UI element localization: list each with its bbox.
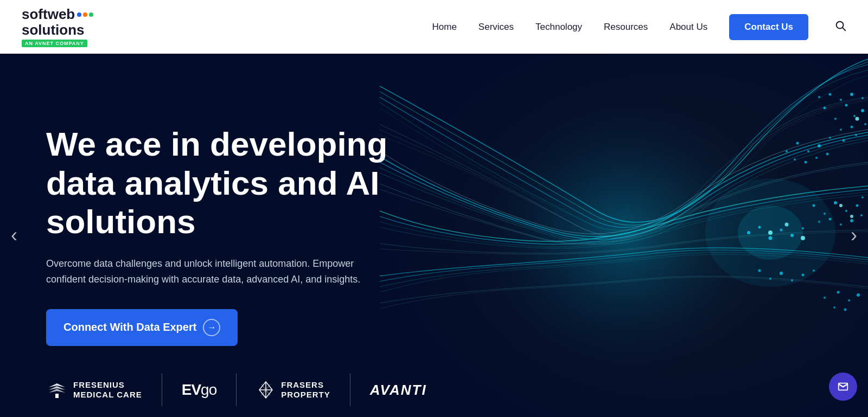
client-frasers: FRASERS PROPERTY — [237, 374, 350, 406]
nav-services[interactable]: Services — [478, 22, 514, 33]
cta-arrow-icon: → — [203, 319, 220, 336]
svg-point-23 — [845, 210, 847, 212]
main-nav: Home Services Technology Resources About… — [432, 14, 847, 40]
hero-subtitle: Overcome data challenges and unlock inte… — [46, 256, 372, 287]
chat-bubble-button[interactable] — [829, 373, 857, 401]
fresenius-logo-icon — [46, 379, 68, 401]
svg-point-43 — [786, 150, 788, 152]
client-fresenius: FRESENIUS MEDICAL CARE — [46, 374, 162, 406]
fresenius-name: FRESENIUS — [73, 380, 142, 390]
carousel-prev-button[interactable]: ‹ — [11, 224, 17, 247]
fresenius-name2: MEDICAL CARE — [73, 390, 142, 400]
svg-point-62 — [850, 215, 853, 218]
svg-point-22 — [834, 201, 837, 204]
svg-point-28 — [840, 223, 842, 226]
svg-point-18 — [850, 93, 853, 96]
svg-point-9 — [840, 129, 842, 131]
logo-text: softweb — [22, 7, 75, 22]
svg-point-47 — [794, 158, 796, 161]
logo: softweb solutions AN AVNET COMPANY — [22, 7, 93, 47]
svg-point-42 — [844, 309, 847, 311]
svg-point-6 — [845, 104, 848, 107]
logo-text-2: solutions — [22, 22, 85, 38]
svg-line-1 — [843, 28, 845, 30]
connect-data-expert-button[interactable]: Connect With Data Expert → — [46, 309, 238, 346]
svg-point-19 — [861, 97, 864, 99]
svg-point-16 — [829, 93, 832, 96]
svg-point-45 — [807, 150, 809, 152]
svg-point-12 — [829, 137, 831, 139]
svg-point-60 — [839, 204, 843, 207]
svg-point-38 — [837, 291, 840, 294]
envelope-icon — [837, 381, 849, 393]
nav-about[interactable]: About Us — [669, 22, 707, 33]
svg-point-49 — [815, 157, 818, 159]
nav-resources[interactable]: Resources — [604, 22, 648, 33]
svg-point-8 — [861, 109, 864, 112]
svg-point-10 — [851, 126, 853, 129]
svg-point-30 — [860, 214, 863, 216]
svg-point-7 — [853, 115, 856, 117]
carousel-next-button[interactable]: › — [851, 224, 857, 247]
svg-point-24 — [856, 204, 859, 207]
search-icon — [834, 20, 846, 31]
svg-point-46 — [818, 144, 821, 147]
svg-point-17 — [840, 99, 842, 101]
svg-point-14 — [855, 134, 857, 136]
svg-point-11 — [864, 123, 866, 125]
svg-point-48 — [805, 161, 807, 164]
avanti-name: AVANTI — [370, 382, 427, 399]
header: softweb solutions AN AVNET COMPANY Home … — [0, 0, 868, 54]
client-evgo: EVgo — [162, 374, 237, 406]
nav-technology[interactable]: Technology — [535, 22, 582, 33]
client-logos: FRESENIUS MEDICAL CARE EVgo FRASERS PROP… — [46, 363, 446, 417]
search-button[interactable] — [834, 20, 846, 35]
evgo-name: EVgo — [182, 381, 217, 399]
svg-point-41 — [833, 306, 835, 309]
svg-point-40 — [857, 293, 860, 297]
frasers-name: FRASERS — [281, 380, 330, 390]
svg-point-64 — [738, 206, 803, 260]
svg-point-50 — [826, 153, 829, 156]
frasers-name2: PROPERTY — [281, 390, 330, 400]
frasers-logo-icon — [256, 380, 276, 400]
contact-us-button[interactable]: Contact Us — [729, 14, 808, 40]
svg-point-5 — [834, 118, 837, 120]
client-avanti: AVANTI — [350, 374, 446, 406]
svg-point-44 — [796, 142, 799, 145]
svg-point-37 — [824, 297, 826, 299]
avnet-badge: AN AVNET COMPANY — [22, 40, 87, 47]
svg-point-15 — [818, 96, 820, 98]
logo-dots — [77, 12, 93, 17]
svg-rect-65 — [55, 394, 59, 398]
svg-point-29 — [850, 219, 853, 222]
svg-point-4 — [824, 107, 826, 110]
nav-home[interactable]: Home — [432, 22, 457, 33]
svg-point-13 — [843, 139, 845, 142]
hero-section: We ace in developing data analytics and … — [0, 54, 868, 417]
svg-point-61 — [856, 117, 859, 121]
hero-title: We ace in developing data analytics and … — [46, 125, 426, 241]
svg-point-25 — [861, 196, 864, 198]
svg-point-39 — [848, 299, 850, 301]
cta-label: Connect With Data Expert — [63, 321, 196, 333]
